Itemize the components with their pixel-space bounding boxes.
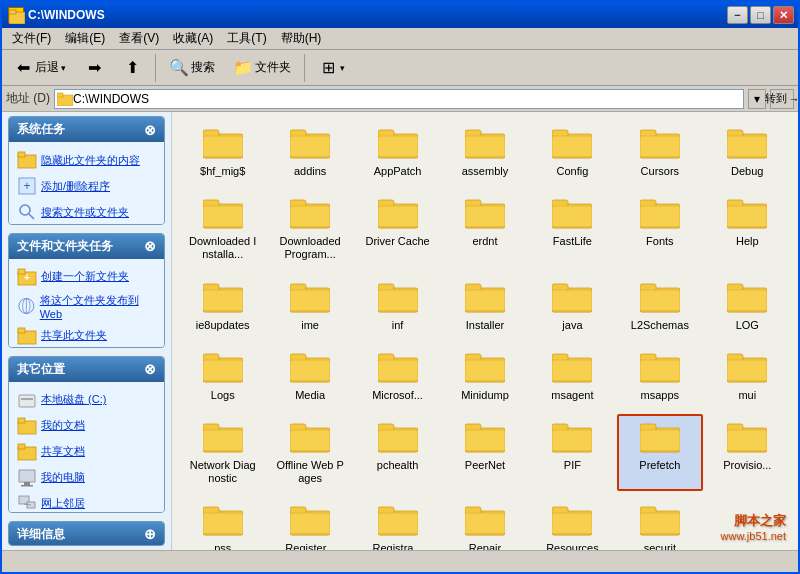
views-button[interactable]: ⊞ ▾ [311,54,352,82]
file-item[interactable]: Downloaded Installa... [180,190,265,267]
sidebar-link-shared-docs[interactable]: 共享文档 [13,440,160,464]
file-item[interactable]: Microsof... [355,344,440,408]
svg-rect-84 [727,206,767,228]
file-item[interactable]: Config [530,120,615,184]
sidebar-link-local-disk[interactable]: 本地磁盘 (C:) [13,388,160,412]
file-item[interactable]: Resources [530,497,615,550]
main-content: 系统任务 ⊗ 隐藏此文件夹的内容 + [2,112,798,550]
file-item[interactable]: Network Diagnostic [180,414,265,491]
file-item[interactable]: Installer [442,274,527,338]
sidebar-link-new-folder[interactable]: + 创建一个新文件夹 [13,265,160,289]
file-label: Config [557,165,589,178]
file-item[interactable]: msapps [617,344,702,408]
search-icon: 🔍 [169,58,189,78]
separator-2 [304,54,305,82]
sidebar-section-other-places-body: 本地磁盘 (C:) 我的文档 共享文档 [9,382,164,513]
window: C:\WINDOWS − □ ✕ 文件(F) 编辑(E) 查看(V) 收藏(A)… [0,0,800,574]
sidebar-section-other-places-header[interactable]: 其它位置 ⊗ [9,357,164,382]
file-item[interactable]: Logs [180,344,265,408]
svg-rect-53 [640,156,680,158]
sidebar-link-share[interactable]: 共享此文件夹 [13,324,160,348]
file-label: Register... [285,542,335,550]
sidebar-section-details: 详细信息 ⊕ [8,521,165,546]
file-item[interactable]: Registra... [355,497,440,550]
shared-docs-icon [17,442,37,462]
file-item[interactable]: Fonts [617,190,702,267]
forward-button[interactable]: ➡ [77,54,111,82]
sidebar-section-file-tasks-header[interactable]: 文件和文件夹任务 ⊗ [9,234,164,259]
file-item[interactable]: assembly [442,120,527,184]
file-item[interactable]: LOG [705,274,790,338]
search-button[interactable]: 🔍 搜索 [162,54,222,82]
file-item[interactable]: $hf_mig$ [180,120,265,184]
file-item[interactable]: mui [705,344,790,408]
go-button[interactable]: 转到 → [770,89,794,109]
sidebar-link-search[interactable]: 搜索文件或文件夹 [13,200,160,224]
file-item[interactable]: Help [705,190,790,267]
sidebar-link-my-computer[interactable]: 我的电脑 [13,466,160,490]
folder-icon [727,196,767,233]
title-bar-left: C:\WINDOWS [8,7,105,23]
sidebar-link-add-remove[interactable]: + 添加/删除程序 [13,174,160,198]
close-button[interactable]: ✕ [773,6,794,24]
file-item[interactable]: java [530,274,615,338]
file-item[interactable]: FastLife [530,190,615,267]
svg-rect-136 [640,360,680,382]
file-item[interactable]: addins [267,120,352,184]
menu-file[interactable]: 文件(F) [6,28,57,49]
sidebar: 系统任务 ⊗ 隐藏此文件夹的内容 + [2,112,172,550]
file-item[interactable]: Offline Web Pages [267,414,352,491]
back-button[interactable]: ⬅ 后退 ▾ [6,54,73,82]
sidebar-link-hide-folder[interactable]: 隐藏此文件夹的内容 [13,148,160,172]
window-icon [8,7,24,23]
share-folder-icon [17,326,37,346]
file-item[interactable]: msagent [530,344,615,408]
menu-tools[interactable]: 工具(T) [221,28,272,49]
address-input-wrap[interactable] [54,89,744,109]
file-item[interactable]: Repair [442,497,527,550]
file-item[interactable]: Prefetch [617,414,702,491]
file-item[interactable]: pchealth [355,414,440,491]
file-item[interactable]: Minidump [442,344,527,408]
file-item[interactable]: Debug [705,120,790,184]
menu-view[interactable]: 查看(V) [113,28,165,49]
sidebar-link-network[interactable]: 网上邻居 [13,492,160,513]
svg-rect-93 [290,310,330,312]
file-item[interactable]: ime [267,274,352,338]
file-item[interactable]: inf [355,274,440,338]
file-item[interactable]: pss [180,497,265,550]
sidebar-section-details-header[interactable]: 详细信息 ⊕ [9,522,164,546]
menu-edit[interactable]: 编辑(E) [59,28,111,49]
new-folder-icon: + [17,267,37,287]
sidebar-section-system-tasks-header[interactable]: 系统任务 ⊗ [9,117,164,142]
file-item[interactable]: Cursors [617,120,702,184]
sidebar-link-publish-web[interactable]: 将这个文件夹发布到 Web [13,291,160,322]
up-button[interactable]: ⬆ [115,54,149,82]
file-label: mui [738,389,756,402]
file-item[interactable]: Provisio... [705,414,790,491]
file-item[interactable]: securit [617,497,702,550]
file-item[interactable]: AppPatch [355,120,440,184]
file-item[interactable]: Driver Cache [355,190,440,267]
file-item[interactable]: ie8updates [180,274,265,338]
folders-button[interactable]: 📁 文件夹 [226,54,298,82]
file-item[interactable]: L2Schemas [617,274,702,338]
menu-favorites[interactable]: 收藏(A) [167,28,219,49]
file-item[interactable]: Media [267,344,352,408]
file-item[interactable]: Register... [267,497,352,550]
svg-rect-52 [640,136,680,158]
file-item[interactable]: PIF [530,414,615,491]
address-input[interactable] [73,92,741,106]
menu-help[interactable]: 帮助(H) [275,28,328,49]
svg-rect-80 [640,206,680,228]
file-label: Offline Web Pages [275,459,345,485]
svg-rect-61 [203,226,243,228]
minimize-button[interactable]: − [727,6,748,24]
file-item[interactable]: PeerNet [442,414,527,491]
file-item[interactable]: erdnt [442,190,527,267]
svg-rect-132 [552,360,592,382]
maximize-button[interactable]: □ [750,6,771,24]
sidebar-link-my-docs[interactable]: 我的文档 [13,414,160,438]
file-item[interactable]: Downloaded Program... [267,190,352,267]
address-dropdown-button[interactable]: ▾ [748,89,766,109]
